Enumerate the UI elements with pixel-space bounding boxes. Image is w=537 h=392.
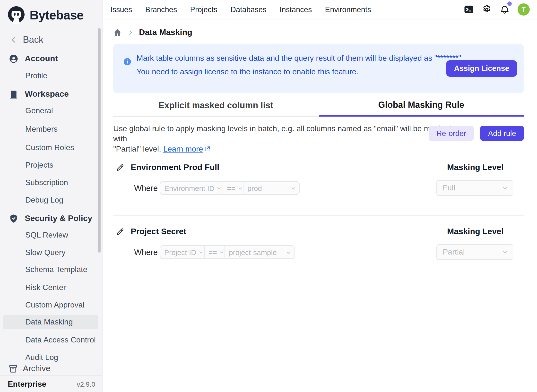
settings-button[interactable] [482,4,492,15]
sidebar-item-audit-log[interactable]: Audit Log [0,351,102,363]
sidebar-item-risk-center[interactable]: Risk Center [0,281,102,294]
rule-name: Environment Prod Full [131,163,219,172]
where-label: Where [134,181,158,195]
condition-group: Project ID == project-sample [160,245,295,259]
masking-level-value: Full [443,184,455,192]
shield-check-icon [9,214,18,223]
sidebar-nav: Account Profile Workspace General Member… [0,47,102,363]
sidebar-section-security-policy: Security & Policy [0,212,102,225]
sidebar-item-projects[interactable]: Projects [0,158,102,172]
sidebar-item-sql-review[interactable]: SQL Review [0,228,102,242]
gear-icon [482,4,492,15]
sql-editor-terminal-button[interactable] [464,4,474,15]
nav-item-issues[interactable]: Issues [110,5,132,14]
tab-bar: Explicit masked column list Global Maski… [113,96,524,117]
sidebar-item-slow-query[interactable]: Slow Query [0,246,102,259]
sidebar-item-archive[interactable]: Archive [0,362,102,375]
breadcrumb-separator [127,29,134,36]
chevron-down-icon [237,185,243,191]
rules-toolbar: Use global rule to apply masking levels … [113,123,524,146]
chevron-down-icon [219,249,224,255]
main-content: Data Masking Mark table columns as sensi… [103,19,537,392]
external-link-icon [204,146,210,152]
home-breadcrumb-button[interactable] [113,28,122,37]
notifications-button[interactable] [500,4,510,15]
sidebar-section-workspace: Workspace [0,87,102,101]
terminal-icon [464,4,474,15]
condition-field-select[interactable]: Environment ID [160,182,223,194]
user-circle-icon [9,54,18,64]
reorder-button[interactable]: Re-order [429,126,474,141]
sidebar: Bytebase Back Account Profile Workspace … [0,0,103,392]
condition-field-select[interactable]: Project ID [160,246,204,258]
masking-level-value: Partial [443,248,465,256]
edit-pencil-icon[interactable] [116,163,124,172]
sidebar-item-custom-roles[interactable]: Custom Roles [0,141,102,154]
sidebar-item-data-masking[interactable]: Data Masking [3,315,98,329]
description-line-2: "Partial" level. [113,145,161,153]
sidebar-item-schema-template[interactable]: Schema Template [0,263,102,276]
section-label: Workspace [25,89,69,99]
banner-line-1: Mark table columns as sensitive data and… [137,54,463,63]
nav-item-databases[interactable]: Databases [231,5,267,14]
assign-license-button[interactable]: Assign License [446,60,517,77]
condition-operator-select[interactable]: == [223,182,243,194]
home-icon [113,28,122,37]
sidebar-item-data-access-control[interactable]: Data Access Control [0,333,102,347]
learn-more-link[interactable]: Learn more [163,144,210,154]
rule-name: Project Secret [131,227,186,237]
back-label: Back [23,34,43,45]
condition-value: prod [247,184,262,192]
condition-value: project-sample [229,248,277,256]
condition-operator-select[interactable]: == [204,246,225,258]
sidebar-scrollbar-thumb[interactable] [98,28,101,253]
edit-pencil-icon[interactable] [116,227,124,236]
nav-item-branches[interactable]: Branches [145,5,177,14]
top-bar: Issues Branches Projects Databases Insta… [103,0,537,19]
condition-field-value: Project ID [164,248,196,256]
chevron-down-icon [198,249,204,255]
section-label: Security & Policy [25,214,92,223]
sidebar-item-custom-approval[interactable]: Custom Approval [0,298,102,312]
chevron-down-icon [502,185,508,191]
masking-level-select[interactable]: Full [436,180,513,196]
archive-icon [8,364,18,374]
condition-operator-value: == [208,248,217,256]
condition-value-select[interactable]: prod [243,182,299,194]
condition-field-value: Environment ID [164,184,215,192]
plan-label: Enterprise [8,380,46,388]
condition-group: Environment ID == prod [160,181,300,195]
top-nav: Issues Branches Projects Databases Insta… [103,5,371,14]
sidebar-footer: Enterprise v2.9.0 [0,375,102,392]
toolbar-buttons: Re-order Add rule [429,126,524,141]
tab-explicit-masked-column-list[interactable]: Explicit masked column list [113,96,319,117]
masking-level-select[interactable]: Partial [436,244,513,260]
avatar[interactable]: T [518,3,530,16]
nav-item-instances[interactable]: Instances [280,5,312,14]
sidebar-section-account: Account [0,52,102,66]
bell-icon [500,4,510,15]
masking-level-label: Masking Level [447,227,503,237]
add-rule-button[interactable]: Add rule [480,126,524,141]
section-label: Account [25,54,58,64]
sidebar-item-general[interactable]: General [0,104,102,118]
brand-logo[interactable]: Bytebase [7,5,84,25]
breadcrumb: Data Masking [113,26,192,39]
nav-item-projects[interactable]: Projects [190,5,217,14]
sidebar-item-debug-log[interactable]: Debug Log [0,193,102,207]
chevron-down-icon [286,249,291,255]
chevron-right-icon [127,29,134,36]
sidebar-item-members[interactable]: Members [0,122,102,136]
chevron-down-icon [217,185,222,191]
back-button[interactable]: Back [10,33,43,47]
info-icon [123,58,131,66]
learn-more-label: Learn more [163,144,203,154]
nav-item-environments[interactable]: Environments [325,5,371,14]
tab-global-masking-rule[interactable]: Global Masking Rule [319,96,524,117]
condition-value-select[interactable]: project-sample [225,246,294,258]
top-actions: T [464,3,537,16]
sidebar-item-subscription[interactable]: Subscription [0,176,102,189]
sidebar-item-profile[interactable]: Profile [0,69,102,83]
rules-description: Use global rule to apply masking levels … [113,123,453,154]
bytebase-logo-icon [7,5,26,25]
